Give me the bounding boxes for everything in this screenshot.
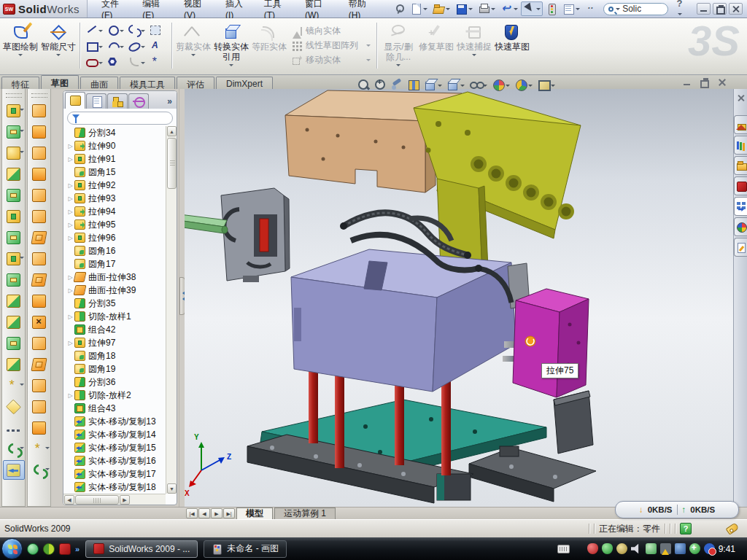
tree-row[interactable]: ▷ 拉伸91 <box>66 152 166 166</box>
expand-arrow-icon[interactable]: ▷ <box>66 156 74 163</box>
expand-arrow-icon[interactable]: ▷ <box>66 340 74 346</box>
chevron-right-icon[interactable]: » <box>164 96 175 109</box>
task-pane-tab[interactable] <box>734 176 747 195</box>
tree-row[interactable]: ▷ 实体-移动/复制14 <box>66 428 166 441</box>
tree-row[interactable]: ▷ 切除-放样2 <box>66 389 166 402</box>
toolbar-button[interactable] <box>28 101 50 120</box>
doc-minimize-button[interactable] <box>681 77 693 87</box>
tree-row[interactable]: ▷ 拉伸90 <box>66 139 166 152</box>
tree-row[interactable]: ▷ 拉伸96 <box>66 231 166 244</box>
dropdown-caret-icon[interactable] <box>45 447 50 451</box>
solidworks-shortcut-icon[interactable] <box>59 543 71 555</box>
task-pane-tab[interactable] <box>734 156 747 175</box>
quick-launch-more-icon[interactable]: » <box>75 545 80 553</box>
task-pane-tab[interactable] <box>734 197 747 216</box>
toolbar-button[interactable] <box>28 291 50 311</box>
search-input[interactable]: Solic <box>622 4 641 14</box>
dropdown-caret-icon[interactable] <box>191 54 196 58</box>
document-tab[interactable]: 运动算例 1 <box>274 508 336 519</box>
update-icon[interactable] <box>646 543 657 554</box>
sketch-tool-button[interactable] <box>105 38 125 53</box>
ribbon-button[interactable]: 智能尺寸 <box>39 20 77 71</box>
sketch-tool-button[interactable] <box>84 22 104 37</box>
toolbar-button[interactable] <box>560 1 582 16</box>
sketch-tool-button[interactable] <box>147 38 168 53</box>
panel-splitter[interactable] <box>179 89 185 507</box>
close-button[interactable] <box>729 3 743 15</box>
dropdown-caret-icon[interactable] <box>229 64 233 69</box>
sketch-tool-button[interactable] <box>147 54 168 69</box>
sketch-tool-button[interactable] <box>126 38 147 53</box>
quick-launch-icon[interactable] <box>43 543 55 555</box>
dropdown-caret-icon[interactable] <box>20 257 24 261</box>
toolbar-button[interactable] <box>3 164 25 184</box>
doc-close-button[interactable] <box>716 77 728 87</box>
taskbar-clock[interactable]: 9:41 <box>719 544 741 554</box>
ribbon-stack-item[interactable]: 镜向实体 <box>290 25 373 38</box>
toolbar-button[interactable] <box>28 228 50 247</box>
part-ejector-bar[interactable] <box>185 213 228 233</box>
toolbar-button[interactable] <box>28 249 50 268</box>
dropdown-caret-icon[interactable] <box>45 468 50 472</box>
scrollbar-thumb[interactable] <box>75 495 119 505</box>
dropdown-caret-icon[interactable] <box>141 62 145 66</box>
scroll-left-icon[interactable]: ◀ <box>64 495 74 505</box>
toolbar-button[interactable] <box>3 418 25 438</box>
toolbar-button[interactable] <box>3 101 25 120</box>
dropdown-caret-icon[interactable] <box>551 85 555 89</box>
dropdown-caret-icon[interactable] <box>536 8 541 12</box>
scroll-right-icon[interactable]: ▶ <box>120 495 130 505</box>
ribbon-button[interactable]: 剪裁实体 <box>174 20 212 71</box>
dropdown-caret-icon[interactable] <box>446 8 450 12</box>
sketch-tool-button[interactable] <box>105 54 125 69</box>
task-pane-tab[interactable] <box>734 217 747 236</box>
dropdown-caret-icon[interactable] <box>423 8 427 12</box>
taskbar-window-button[interactable]: 未命名 - 画图 <box>204 540 287 558</box>
toolbar-button[interactable] <box>28 206 50 226</box>
toolbar-button[interactable] <box>3 206 25 226</box>
panel-tab[interactable] <box>107 93 128 109</box>
toolbar-button[interactable] <box>3 143 25 163</box>
toolbar-button[interactable] <box>408 1 430 16</box>
toolbar-button[interactable] <box>3 333 25 353</box>
tab-nav-button[interactable]: |◀ <box>186 508 198 518</box>
tree-row[interactable]: ▷ 拉伸92 <box>66 179 166 192</box>
tree-row[interactable]: ▷ 拉伸97 <box>66 336 166 349</box>
tree-row[interactable]: ▷ 圆角15 <box>66 166 166 179</box>
network-warning-icon[interactable] <box>660 543 671 554</box>
toolbar-button[interactable] <box>3 291 25 311</box>
dropdown-caret-icon[interactable] <box>20 447 24 451</box>
dropdown-caret-icon[interactable] <box>514 8 518 12</box>
dropdown-caret-icon[interactable] <box>396 64 400 69</box>
toolbar-button[interactable] <box>3 228 25 247</box>
toolbar-button[interactable] <box>3 249 25 268</box>
dropdown-caret-icon[interactable] <box>366 44 371 49</box>
tree-row[interactable]: ▷ 圆角17 <box>66 257 166 271</box>
ribbon-button[interactable]: 快速草图 <box>493 20 531 71</box>
view-tool-button[interactable] <box>373 77 387 92</box>
toolbar-button[interactable] <box>28 439 50 459</box>
tab-nav-button[interactable]: ▶| <box>223 508 235 518</box>
toolbar-button[interactable] <box>28 185 50 205</box>
expand-arrow-icon[interactable]: ▷ <box>66 392 74 399</box>
tree-row[interactable]: ▷ 组合42 <box>66 323 166 336</box>
dropdown-caret-icon[interactable] <box>141 46 145 50</box>
dropdown-caret-icon[interactable] <box>20 151 24 155</box>
view-tool-button[interactable] <box>406 77 421 92</box>
document-tab[interactable]: 模型 <box>236 508 273 519</box>
view-tool-button[interactable] <box>423 77 444 92</box>
part-core-insert[interactable] <box>221 188 290 282</box>
task-pane-tab[interactable] <box>734 115 747 134</box>
taskbar-window-button[interactable]: SolidWorks 2009 - ... <box>85 540 198 558</box>
task-pane-close-icon[interactable] <box>734 92 747 104</box>
badge-icon[interactable] <box>616 543 627 554</box>
tree-row[interactable]: ▷ 拉伸95 <box>66 218 166 231</box>
toolbar-button[interactable] <box>583 1 599 16</box>
tree-row[interactable]: ▷ 分割34 <box>66 126 166 139</box>
tree-row[interactable]: ▷ 分割36 <box>66 376 166 389</box>
security-alert-icon[interactable] <box>587 543 598 554</box>
part-side-block[interactable] <box>513 289 589 397</box>
sketch-tool-button[interactable] <box>105 22 125 37</box>
sketch-tool-button[interactable] <box>147 22 168 37</box>
sketch-tool-button[interactable] <box>84 38 104 53</box>
